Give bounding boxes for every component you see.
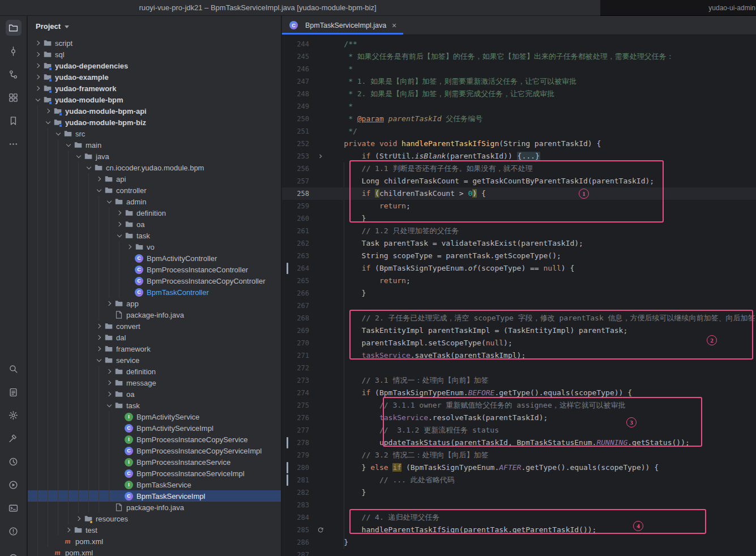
tree-item-package-info-java[interactable]: package-info.java (28, 502, 281, 513)
code-line-259[interactable]: 259 return; (282, 200, 756, 212)
tree-item-oa[interactable]: oa (28, 219, 281, 230)
tree-item-test[interactable]: test (28, 524, 281, 536)
tree-item-pom-xml[interactable]: mpom.xml (28, 536, 281, 547)
line-number-250[interactable]: 250 (282, 113, 315, 125)
line-number-275[interactable]: 275 (282, 399, 315, 412)
chevron-collapsed-icon[interactable] (33, 83, 42, 94)
tree-item-yudao-module-bpm-biz[interactable]: yudao-module-bpm-biz (28, 117, 281, 128)
line-number-260[interactable]: 260 (282, 212, 315, 225)
line-number-258[interactable]: 258 (282, 187, 315, 200)
code-line-263[interactable]: 263 String scopeType = parentTask.getSco… (282, 250, 756, 262)
fold-arrow-icon[interactable] (315, 153, 326, 160)
tree-item-vo[interactable]: vo (28, 241, 281, 253)
line-number-282[interactable]: 282 (282, 486, 315, 499)
chevron-expanded-icon[interactable] (95, 354, 104, 366)
code-line-284[interactable]: 284 // 4. 递归处理父任务 (282, 511, 756, 524)
background-window-titlebar[interactable]: yudao-ui-admin- (600, 0, 756, 16)
code-line-281[interactable]: 281 // ... 此处省略代码 (282, 474, 756, 486)
chevron-expanded-icon[interactable] (33, 94, 42, 105)
tree-item-definition[interactable]: definition (28, 207, 281, 219)
line-number-286[interactable]: 286 (282, 536, 315, 549)
tree-item-bpmactivitycontroller[interactable]: CBpmActivityController (28, 253, 281, 264)
chevron-collapsed-icon[interactable] (33, 71, 42, 83)
code-line-270[interactable]: 270 parentTaskImpl.setScopeType(null); (282, 337, 756, 349)
code-line-287[interactable]: 287 (282, 549, 756, 556)
cut-off-tool-icon[interactable] (6, 546, 22, 556)
chevron-expanded-icon[interactable] (84, 162, 93, 173)
tree-item-bpmtaskcontroller[interactable]: CBpmTaskController (28, 286, 281, 298)
code-line-285[interactable]: 285 handleParentTaskIfSign(parentTask.ge… (282, 524, 756, 536)
tree-item-convert[interactable]: convert (28, 320, 281, 332)
problems-tool-icon[interactable] (6, 523, 22, 539)
tree-item-yudao-example[interactable]: yudao-example (28, 71, 281, 83)
code-line-260[interactable]: 260 } (282, 212, 756, 225)
tree-item-src[interactable]: src (28, 128, 281, 139)
tree-item-bpmprocessinstancecopyserviceimpl[interactable]: CBpmProcessInstanceCopyServiceImpl (28, 445, 281, 456)
chevron-collapsed-icon[interactable] (33, 60, 42, 71)
chevron-expanded-icon[interactable] (105, 400, 114, 411)
tree-item-script[interactable]: script (28, 37, 281, 49)
code-line-274[interactable]: 274 if (BpmTaskSignTypeEnum.BEFORE.getTy… (282, 387, 756, 399)
line-number-259[interactable]: 259 (282, 200, 315, 212)
tree-item-yudao-module-bpm-api[interactable]: yudao-module-bpm-api (28, 105, 281, 117)
chevron-expanded-icon[interactable] (54, 128, 63, 139)
chevron-collapsed-icon[interactable] (115, 219, 124, 230)
chevron-collapsed-icon[interactable] (64, 524, 73, 536)
chevron-collapsed-icon[interactable] (74, 513, 83, 524)
code-line-276[interactable]: 276 taskService.resolveTask(parentTaskId… (282, 412, 756, 424)
tree-item-oa[interactable]: oa (28, 388, 281, 400)
chevron-expanded-icon[interactable] (44, 117, 53, 128)
tree-item-bpmprocessinstancecontroller[interactable]: CBpmProcessInstanceController (28, 264, 281, 275)
line-number-261[interactable]: 261 (282, 225, 315, 237)
tree-item-bpmprocessinstancecopyservice[interactable]: IBpmProcessInstanceCopyService (28, 434, 281, 445)
chevron-expanded-icon[interactable] (105, 196, 114, 207)
search-tool-icon[interactable] (6, 361, 22, 377)
line-number-274[interactable]: 274 (282, 387, 315, 399)
code-line-261[interactable]: 261 // 1.2 只处理加签的父任务 (282, 225, 756, 237)
line-number-271[interactable]: 271 (282, 349, 315, 362)
tree-item-yudao-framework[interactable]: yudao-framework (28, 83, 281, 94)
chevron-collapsed-icon[interactable] (95, 332, 104, 343)
tree-item-controller[interactable]: controller (28, 185, 281, 196)
code-line-247[interactable]: 247 * 1. 如果是【向前】加签，则需要重新激活父任务，让它可以被审批 (282, 75, 756, 88)
tree-item-resources[interactable]: resources (28, 513, 281, 524)
run-tool-icon[interactable] (6, 477, 22, 493)
line-number-273[interactable]: 273 (282, 374, 315, 387)
code-line-266[interactable]: 266 } (282, 287, 756, 300)
build-tool-icon[interactable] (6, 430, 22, 446)
code-line-271[interactable]: 271 taskService.saveTask(parentTaskImpl)… (282, 349, 756, 362)
code-line-273[interactable]: 273 // 3.1 情况一：处理向【向前】加签 (282, 374, 756, 387)
terminal-tool-icon[interactable] (6, 500, 22, 516)
chevron-expanded-icon[interactable] (74, 151, 83, 162)
line-number-262[interactable]: 262 (282, 237, 315, 250)
line-number-256[interactable]: 256 (282, 162, 315, 175)
line-number-279[interactable]: 279 (282, 449, 315, 461)
tree-item-bpmprocessinstancecopycontroller[interactable]: CBpmProcessInstanceCopyController (28, 275, 281, 286)
code-line-282[interactable]: 282 } (282, 486, 756, 499)
tree-item-yudao-module-bpm[interactable]: yudao-module-bpm (28, 94, 281, 105)
tree-item-sql[interactable]: sql (28, 49, 281, 60)
chevron-collapsed-icon[interactable] (33, 49, 42, 60)
line-number-284[interactable]: 284 (282, 511, 315, 524)
bookmarks-tool-icon[interactable] (6, 113, 22, 129)
structure-tool-icon[interactable] (6, 89, 22, 105)
pull-requests-tool-icon[interactable] (6, 66, 22, 82)
code-line-249[interactable]: 249 * (282, 100, 756, 113)
line-number-248[interactable]: 248 (282, 88, 315, 100)
tree-item-framework[interactable]: framework (28, 343, 281, 354)
tree-item-bpmprocessinstanceservice[interactable]: IBpmProcessInstanceService (28, 456, 281, 468)
project-tool-icon[interactable] (6, 20, 22, 36)
line-number-277[interactable]: 277 (282, 424, 315, 437)
line-number-270[interactable]: 270 (282, 337, 315, 349)
line-number-276[interactable]: 276 (282, 412, 315, 424)
more-tool-windows-icon[interactable] (6, 136, 22, 152)
chevron-expanded-icon[interactable] (95, 185, 104, 196)
tree-item-dal[interactable]: dal (28, 332, 281, 343)
tree-item-yudao-dependencies[interactable]: yudao-dependencies (28, 60, 281, 71)
chevron-collapsed-icon[interactable] (33, 37, 42, 49)
line-number-253[interactable]: 253 (282, 150, 315, 162)
code-line-277[interactable]: 277 // 3.1.2 更新流程任务 status (282, 424, 756, 437)
chevron-collapsed-icon[interactable] (44, 105, 53, 117)
code-line-279[interactable]: 279 // 3.2 情况二：处理向【向后】加签 (282, 449, 756, 461)
line-number-247[interactable]: 247 (282, 75, 315, 88)
